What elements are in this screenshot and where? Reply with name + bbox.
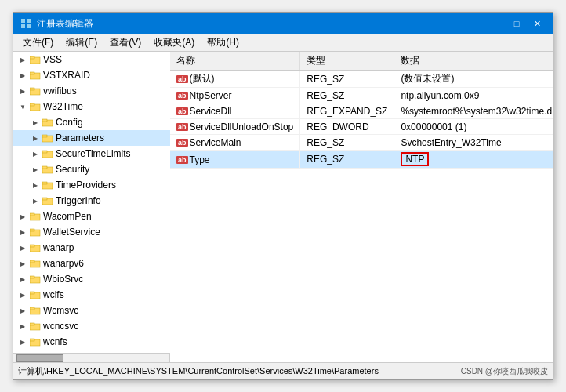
tree-expander[interactable]: [16, 85, 29, 97]
tree-item[interactable]: Parameters: [13, 130, 170, 146]
svg-rect-23: [42, 198, 47, 200]
tree-expander[interactable]: [29, 194, 42, 207]
menu-item[interactable]: 查看(V): [103, 34, 147, 51]
tree-label: VSS: [43, 54, 62, 65]
tree-item[interactable]: wcifs: [13, 287, 170, 303]
folder-icon: [42, 194, 54, 207]
tree-item[interactable]: Wcmsvc: [13, 303, 170, 318]
ab-icon: ab: [176, 75, 188, 83]
svg-rect-1: [27, 19, 31, 23]
tree-expander[interactable]: [16, 336, 29, 348]
tree-label: TriggerInfo: [56, 195, 101, 206]
svg-rect-39: [30, 323, 34, 325]
tree-label: vwifibus: [43, 85, 77, 96]
tree-expander[interactable]: [16, 53, 29, 66]
folder-icon: [29, 320, 42, 332]
tree-expander[interactable]: [29, 163, 42, 176]
tree-expander[interactable]: [29, 179, 42, 191]
tree-item[interactable]: wanarp: [13, 240, 170, 256]
svg-rect-15: [42, 135, 47, 137]
tree-expander[interactable]: [29, 132, 42, 144]
tree-item[interactable]: W32Time: [13, 99, 170, 114]
svg-rect-41: [30, 339, 34, 341]
close-button[interactable]: ✕: [528, 16, 546, 31]
tree-expander[interactable]: [16, 304, 29, 317]
tree-label: WacomPen: [43, 211, 92, 222]
svg-rect-11: [30, 103, 34, 106]
table-row[interactable]: ab NtpServerREG_SZntp.aliyun.com,0x9: [170, 88, 553, 103]
tree-expander[interactable]: [16, 210, 29, 223]
registry-table: 名称 类型 数据 ab (默认)REG_SZ(数值未设置)ab NtpServe…: [170, 52, 553, 169]
folder-icon: [29, 304, 42, 317]
ab-icon: ab: [176, 107, 188, 115]
tree-item[interactable]: wcncsvc: [13, 318, 170, 334]
tree-panel[interactable]: VSSVSTXRAIDvwifibusW32TimeConfigParamete…: [13, 52, 170, 353]
tree-item[interactable]: TriggerInfo: [13, 193, 170, 209]
tree-expander[interactable]: [29, 147, 42, 160]
reg-data: NTP: [394, 151, 553, 169]
tree-item[interactable]: wanarpv6: [13, 256, 170, 271]
folder-icon: [29, 69, 42, 82]
folder-icon: [29, 273, 42, 285]
folder-icon: [29, 210, 42, 223]
tree-label: SecureTimeLimits: [56, 148, 131, 159]
table-row[interactable]: ab ServiceDllUnloadOnStopREG_DWORD0x0000…: [170, 119, 553, 135]
tree-item[interactable]: wcnfs: [13, 334, 170, 350]
tree-item[interactable]: TimeProviders: [13, 177, 170, 193]
menubar: 文件(F)编辑(E)查看(V)收藏夹(A)帮助(H): [13, 34, 553, 52]
tree-expander[interactable]: [16, 69, 29, 82]
tree-label: wanarp: [43, 242, 74, 253]
ntp-value-highlight: NTP: [401, 152, 429, 166]
table-row[interactable]: ab (默认)REG_SZ(数值未设置): [170, 71, 553, 88]
menu-item[interactable]: 帮助(H): [201, 34, 245, 51]
reg-data: ntp.aliyun.com,0x9: [394, 88, 553, 103]
status-path: 计算机\HKEY_LOCAL_MACHINE\SYSTEM\CurrentCon…: [18, 365, 461, 377]
content-area: VSSVSTXRAIDvwifibusW32TimeConfigParamete…: [13, 52, 553, 362]
folder-icon: [29, 289, 42, 301]
tree-expander[interactable]: [16, 100, 29, 113]
tree-item[interactable]: VSTXRAID: [13, 67, 170, 83]
tree-item[interactable]: WalletService: [13, 224, 170, 240]
col-name: 名称: [170, 52, 300, 71]
menu-item[interactable]: 文件(F): [16, 34, 60, 51]
status-info: CSDN @你咬西瓜我咬皮: [461, 366, 548, 377]
tree-item[interactable]: SecureTimeLimits: [13, 146, 170, 162]
table-row[interactable]: ab TypeREG_SZNTP: [170, 151, 553, 169]
tree-item[interactable]: Security: [13, 162, 170, 177]
menu-item[interactable]: 编辑(E): [60, 34, 103, 51]
tree-item[interactable]: vwifibus: [13, 83, 170, 99]
col-data: 数据: [394, 52, 553, 71]
tree-hscrollbar[interactable]: [13, 353, 169, 362]
svg-rect-5: [30, 56, 34, 59]
tree-expander[interactable]: [16, 257, 29, 270]
tree-item[interactable]: VSS: [13, 52, 170, 67]
tree-label: W32Time: [43, 101, 83, 112]
reg-name: ab Type: [170, 151, 300, 169]
reg-data: %systemroot%\system32\w32time.dll: [394, 103, 553, 119]
tree-label: WalletService: [43, 227, 100, 238]
tree-expander[interactable]: [16, 289, 29, 301]
maximize-button[interactable]: □: [507, 16, 526, 31]
tree-expander[interactable]: [16, 226, 29, 238]
tree-label: wcncsvc: [43, 321, 78, 332]
table-row[interactable]: ab ServiceDllREG_EXPAND_SZ%systemroot%\s…: [170, 103, 553, 119]
minimize-button[interactable]: ─: [487, 16, 506, 31]
svg-rect-19: [42, 166, 47, 169]
reg-name: ab NtpServer: [170, 88, 300, 103]
ab-icon: ab: [176, 156, 188, 164]
tree-expander[interactable]: [16, 320, 29, 332]
tree-item[interactable]: WbioSrvc: [13, 271, 170, 287]
tree-label: wanarpv6: [43, 258, 84, 269]
menu-item[interactable]: 收藏夹(A): [147, 34, 201, 51]
tree-expander[interactable]: [16, 273, 29, 285]
reg-name: ab ServiceMain: [170, 135, 300, 151]
reg-type-icon: ab ServiceDllUnloadOnStop: [176, 122, 293, 132]
tree-item[interactable]: WacomPen: [13, 209, 170, 224]
folder-icon: [29, 100, 42, 113]
tree-panel-wrapper: VSSVSTXRAIDvwifibusW32TimeConfigParamete…: [13, 52, 170, 362]
tree-item[interactable]: Config: [13, 114, 170, 130]
window-title: 注册表编辑器: [37, 17, 487, 31]
tree-expander[interactable]: [16, 241, 29, 254]
table-row[interactable]: ab ServiceMainREG_SZSvchostEntry_W32Time: [170, 135, 553, 151]
tree-expander[interactable]: [29, 116, 42, 129]
